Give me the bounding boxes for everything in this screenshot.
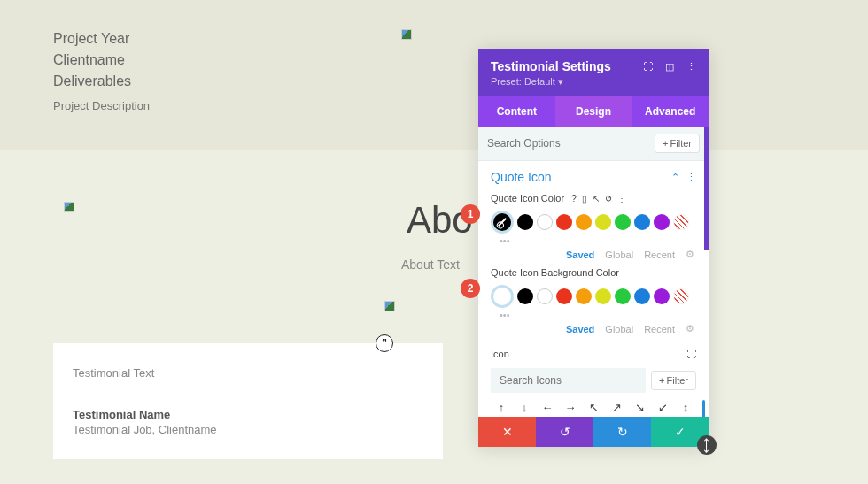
expand-icon[interactable]: ⛶: [643, 61, 653, 73]
annotation-2: 2: [461, 279, 480, 298]
reset-icon[interactable]: ↺: [605, 194, 612, 204]
quote-icon-color-label: Quote Icon Color: [491, 193, 564, 204]
redo-button[interactable]: ↻: [593, 417, 651, 447]
more-icon[interactable]: ⋮: [617, 194, 626, 204]
icon-option[interactable]: ↕: [675, 398, 696, 416]
icon-label: Icon: [491, 349, 509, 359]
action-bar: ✕ ↺ ↻ ✓: [478, 417, 709, 447]
more-icon[interactable]: ⋮: [686, 61, 696, 73]
gear-icon[interactable]: ⚙: [686, 249, 694, 260]
swatch-black[interactable]: [517, 214, 533, 230]
broken-image-icon: [384, 301, 395, 311]
broken-image-icon: [401, 29, 412, 40]
preset-label[interactable]: Preset: Default ▾: [491, 76, 696, 88]
project-client: Clientname: [53, 50, 150, 71]
swatch-orange[interactable]: [576, 288, 592, 304]
global-tab[interactable]: Global: [605, 250, 633, 260]
swatch-blue[interactable]: [634, 214, 650, 230]
settings-panel[interactable]: Testimonial Settings ⛶ ◫ ⋮ Preset: Defau…: [478, 49, 709, 447]
swatch-white[interactable]: [537, 288, 553, 304]
panel-header[interactable]: Testimonial Settings ⛶ ◫ ⋮ Preset: Defau…: [478, 49, 709, 96]
swatch-more-icon[interactable]: •••: [500, 310, 696, 320]
swatch-black[interactable]: [517, 288, 533, 304]
annotation-1: 1: [461, 204, 480, 224]
project-deliverables: Deliverables: [53, 71, 150, 92]
phone-icon[interactable]: ▯: [582, 194, 587, 204]
search-options-input[interactable]: [487, 137, 655, 150]
icon-option[interactable]: ↑: [491, 398, 512, 416]
section-more-icon[interactable]: ⋮: [686, 172, 696, 183]
icon-search-input[interactable]: [491, 368, 646, 393]
swatch-more-icon[interactable]: •••: [500, 235, 696, 246]
quote-icon-bg-label: Quote Icon Background Color: [491, 267, 619, 278]
quote-icon-bg-swatches: [491, 285, 696, 308]
icon-option[interactable]: ↓: [514, 398, 535, 416]
project-year: Project Year: [53, 28, 150, 50]
swatch-none[interactable]: [673, 288, 689, 304]
gear-icon[interactable]: ⚙: [686, 323, 694, 334]
help-icon[interactable]: ?: [571, 194, 577, 204]
icon-option[interactable]: ←: [537, 398, 558, 416]
cancel-button[interactable]: ✕: [478, 417, 536, 447]
scrollbar-thumb[interactable]: [704, 127, 709, 250]
swatch-red[interactable]: [556, 214, 572, 230]
icon-option[interactable]: ↙: [652, 398, 673, 416]
swatch-selected-eyedropper[interactable]: [491, 211, 514, 234]
broken-image-icon: [64, 202, 74, 212]
swatch-yellow[interactable]: [595, 214, 611, 230]
icon-option[interactable]: →: [560, 398, 581, 416]
expand-icon[interactable]: ⛶: [686, 349, 696, 359]
icon-grid: ↑↓←→↖↗↘↙↕⤢↔↔⤡⤢↗↙✛∧»∨: [491, 398, 696, 417]
testimonial-job: Testimonial Job, Clientname: [73, 423, 423, 436]
recent-tab[interactable]: Recent: [644, 250, 675, 260]
icon-grid-scrollbar[interactable]: [702, 400, 705, 417]
swatch-purple[interactable]: [654, 214, 670, 230]
icon-filter-button[interactable]: +Filter: [651, 371, 696, 390]
panel-body: +Filter Quote Icon ⌃ ⋮ Quote Icon Color …: [478, 127, 709, 417]
testimonial-module[interactable]: Testimonial Text Testimonial Name Testim…: [53, 343, 443, 459]
panel-tabs: Content Design Advanced: [478, 96, 709, 127]
tab-content[interactable]: Content: [478, 96, 555, 127]
swatch-yellow[interactable]: [595, 288, 611, 304]
icon-option[interactable]: ↗: [606, 398, 627, 416]
dock-icon[interactable]: ◫: [665, 61, 674, 73]
swatch-purple[interactable]: [654, 288, 670, 304]
saved-tab[interactable]: Saved: [566, 324, 594, 334]
about-text: About Text: [401, 257, 473, 272]
swatch-red[interactable]: [556, 288, 572, 304]
cursor-icon[interactable]: ↖: [593, 194, 600, 204]
testimonial-name: Testimonial Name: [73, 408, 423, 421]
swatch-green[interactable]: [615, 288, 631, 304]
swatch-selected-transparent[interactable]: [491, 285, 514, 308]
collapse-icon[interactable]: ⌃: [671, 172, 679, 183]
swatch-green[interactable]: [615, 214, 631, 230]
project-info-block: Project Year Clientname Deliverables Pro…: [53, 28, 150, 112]
undo-button[interactable]: ↺: [536, 417, 593, 447]
quote-icon: ”: [376, 334, 393, 352]
swatch-none[interactable]: [673, 214, 689, 230]
swatch-white[interactable]: [537, 214, 553, 230]
quote-icon-color-swatches: [491, 211, 696, 234]
icon-option[interactable]: ↘: [629, 398, 650, 416]
panel-title: Testimonial Settings: [491, 59, 611, 73]
project-description: Project Description: [53, 99, 150, 112]
recent-tab[interactable]: Recent: [644, 324, 675, 334]
swatch-orange[interactable]: [576, 214, 592, 230]
tab-advanced[interactable]: Advanced: [632, 96, 709, 127]
filter-button[interactable]: +Filter: [655, 134, 700, 153]
saved-tab[interactable]: Saved: [566, 250, 594, 260]
icon-option[interactable]: ↖: [583, 398, 604, 416]
search-row: +Filter: [478, 127, 709, 161]
tab-design[interactable]: Design: [555, 96, 632, 127]
section-quote-icon-title[interactable]: Quote Icon: [491, 170, 552, 184]
global-tab[interactable]: Global: [605, 324, 633, 334]
swatch-blue[interactable]: [634, 288, 650, 304]
testimonial-text: Testimonial Text: [73, 366, 423, 380]
resize-handle[interactable]: ⟷: [697, 435, 717, 455]
